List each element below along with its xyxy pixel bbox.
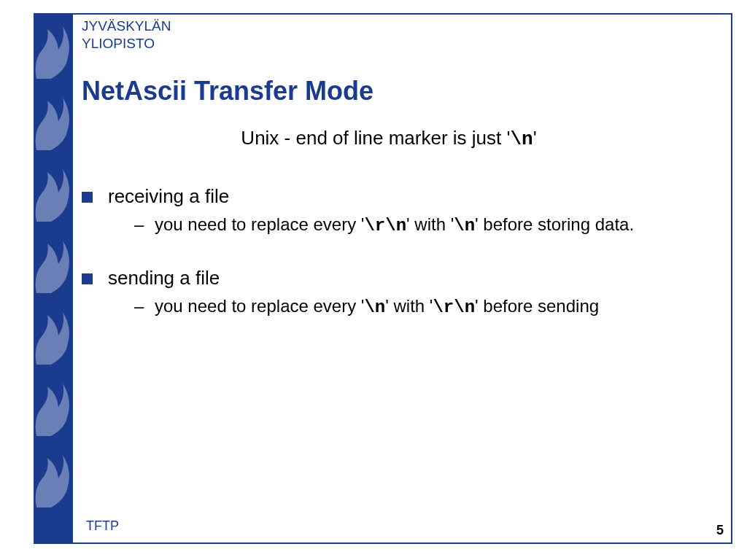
- page-number: 5: [716, 523, 724, 538]
- subtitle-post: ': [533, 127, 537, 149]
- bullet-text: receiving a file: [108, 185, 229, 207]
- subtitle-code: \n: [510, 128, 533, 150]
- bullet-text: sending a file: [108, 267, 220, 289]
- slide-title: NetAscii Transfer Mode: [82, 76, 725, 106]
- org-line1: JYVÄSKYLÄN: [82, 18, 171, 34]
- organization-name: JYVÄSKYLÄN YLIOPISTO: [82, 18, 725, 52]
- sidebar-decoration: [34, 13, 73, 544]
- footer-label: TFTP: [86, 518, 119, 534]
- content-area: JYVÄSKYLÄN YLIOPISTO NetAscii Transfer M…: [82, 18, 725, 538]
- org-line2: YLIOPISTO: [82, 36, 155, 51]
- list-item: receiving a file you need to replace eve…: [82, 185, 725, 238]
- subtitle-pre: Unix - end of line marker is just ': [241, 127, 510, 149]
- list-item: sending a file you need to replace every…: [82, 267, 725, 320]
- sub-item: you need to replace every '\n' with '\r\…: [134, 294, 725, 320]
- sub-item: you need to replace every '\r\n' with '\…: [134, 212, 725, 238]
- bullet-list: receiving a file you need to replace eve…: [82, 185, 725, 320]
- subtitle: Unix - end of line marker is just '\n': [82, 127, 725, 150]
- slide: JYVÄSKYLÄN YLIOPISTO NetAscii Transfer M…: [0, 0, 747, 560]
